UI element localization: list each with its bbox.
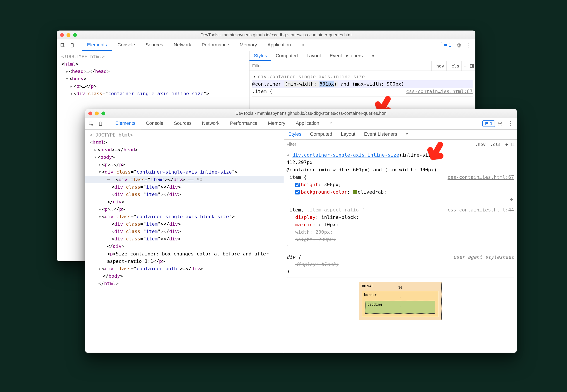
container-link[interactable]: div.container-single-axis.inline-size — [292, 152, 399, 158]
tab-performance[interactable]: Performance — [196, 39, 234, 51]
subtab-more-icon[interactable]: » — [402, 130, 413, 139]
toolbar: Elements Console Sources Network Perform… — [85, 118, 517, 130]
svg-rect-7 — [512, 143, 515, 146]
toolbar: Elements Console Sources Network Perform… — [57, 39, 475, 51]
inspect-icon[interactable] — [58, 41, 67, 50]
subtab-computed[interactable]: Computed — [306, 130, 337, 139]
window-title: DevTools - mathiasbynens.github.io/css-d… — [81, 32, 472, 38]
hov-button[interactable]: :hov — [431, 61, 447, 70]
svg-rect-1 — [71, 43, 74, 47]
new-rule-icon[interactable]: + — [503, 140, 510, 149]
tab-sources[interactable]: Sources — [140, 39, 168, 51]
source-link[interactable]: css-contain…ies.html:44 — [448, 206, 514, 214]
style-rule-item[interactable]: .item, .item-aspect-ratio {css-contain…i… — [286, 205, 514, 252]
subtab-layout[interactable]: Layout — [302, 51, 325, 61]
style-rule-ua[interactable]: div {user agent stylesheet display: bloc… — [286, 252, 514, 277]
close-icon[interactable] — [60, 33, 64, 37]
kebab-icon[interactable]: ⋮ — [464, 42, 474, 49]
subtab-computed[interactable]: Computed — [271, 51, 302, 61]
inspect-icon[interactable] — [87, 119, 95, 128]
subtab-listeners[interactable]: Event Listeners — [360, 130, 402, 139]
cls-button[interactable]: .cls — [447, 61, 462, 70]
subtab-styles[interactable]: Styles — [284, 130, 306, 139]
tab-memory[interactable]: Memory — [263, 118, 290, 129]
zoom-icon[interactable] — [73, 33, 77, 37]
styles-pane: Styles Computed Layout Event Listeners »… — [284, 130, 517, 353]
tab-console[interactable]: Console — [141, 118, 169, 129]
style-rule-container[interactable]: → div.container-single-axis.inline-size(… — [286, 150, 514, 205]
panel-toggle-icon[interactable] — [469, 64, 475, 68]
tab-more-icon[interactable]: » — [325, 118, 338, 129]
selected-node[interactable]: ⋯ <div class="item"></div> == $0 — [85, 176, 284, 183]
traffic-lights — [88, 112, 105, 115]
new-rule-icon[interactable]: + — [462, 61, 469, 70]
kebab-icon[interactable]: ⋮ — [505, 120, 515, 127]
prop-toggle[interactable] — [295, 190, 300, 195]
tab-console[interactable]: Console — [112, 39, 140, 51]
cls-button[interactable]: .cls — [488, 140, 503, 149]
add-prop-icon[interactable]: + — [510, 195, 513, 204]
titlebar: DevTools - mathiasbynens.github.io/css-d… — [57, 31, 475, 39]
minimize-icon[interactable] — [95, 112, 99, 115]
zoom-icon[interactable] — [101, 112, 105, 115]
panel-toggle-icon[interactable] — [510, 142, 517, 147]
color-swatch-icon[interactable] — [353, 190, 357, 194]
source-link[interactable]: css-contain…ies.html:67 — [448, 174, 514, 181]
svg-rect-5 — [99, 122, 102, 126]
tab-network[interactable]: Network — [168, 39, 196, 51]
tab-network[interactable]: Network — [197, 118, 225, 129]
messages-badge[interactable]: 1 — [441, 42, 453, 48]
prop-toggle[interactable] — [295, 183, 300, 187]
dom-tree[interactable]: <!DOCTYPE html> <html> ▸<head>…</head> ▾… — [85, 130, 284, 353]
tab-application[interactable]: Application — [262, 39, 296, 51]
minimize-icon[interactable] — [67, 33, 70, 37]
subtab-more-icon[interactable]: » — [367, 51, 378, 61]
svg-point-6 — [499, 123, 501, 124]
tab-performance[interactable]: Performance — [225, 118, 263, 129]
traffic-lights — [60, 33, 77, 37]
tab-sources[interactable]: Sources — [169, 118, 197, 129]
messages-badge[interactable]: 1 — [482, 120, 495, 127]
tab-application[interactable]: Application — [290, 118, 325, 129]
tab-more-icon[interactable]: » — [296, 39, 309, 51]
tab-elements[interactable]: Elements — [82, 39, 112, 51]
devtools-window-front: DevTools - mathiasbynens.github.io/css-d… — [85, 109, 517, 353]
device-icon[interactable] — [96, 119, 105, 128]
tab-elements[interactable]: Elements — [110, 118, 141, 129]
hov-button[interactable]: :hov — [473, 140, 488, 149]
svg-rect-2 — [470, 64, 474, 67]
close-icon[interactable] — [88, 112, 92, 115]
device-icon[interactable] — [68, 41, 76, 50]
box-model[interactable]: margin10 border- padding- — [359, 282, 442, 320]
filter-input[interactable] — [250, 61, 431, 70]
window-title: DevTools - mathiasbynens.github.io/css-d… — [109, 111, 514, 116]
gear-icon[interactable] — [496, 119, 504, 128]
subtab-listeners[interactable]: Event Listeners — [325, 51, 367, 61]
gear-icon[interactable] — [454, 41, 463, 50]
subtab-layout[interactable]: Layout — [337, 130, 360, 139]
tab-memory[interactable]: Memory — [234, 39, 262, 51]
subtab-styles[interactable]: Styles — [250, 51, 271, 61]
style-rule[interactable]: → div.container-single-axis.inline-size … — [252, 72, 473, 97]
titlebar: DevTools - mathiasbynens.github.io/css-d… — [85, 109, 517, 118]
